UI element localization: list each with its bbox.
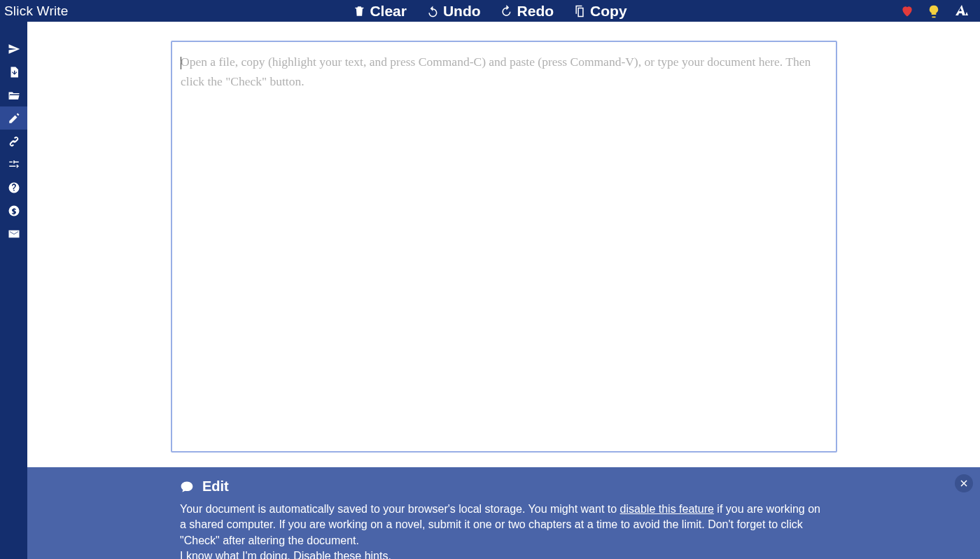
file-download-icon — [8, 66, 20, 78]
heart-icon[interactable] — [900, 4, 914, 18]
dollar-icon — [8, 205, 20, 217]
copy-icon — [573, 5, 586, 18]
paper-plane-icon — [8, 43, 20, 55]
sidebar-item-open[interactable] — [0, 83, 27, 106]
brand-title: Slick Write — [0, 4, 69, 19]
sidebar-item-link[interactable] — [0, 130, 27, 153]
close-icon — [960, 479, 968, 488]
disable-feature-link[interactable]: disable this feature — [620, 503, 714, 515]
link-icon — [8, 135, 20, 148]
pencil-icon — [8, 112, 20, 125]
clear-button[interactable]: Clear — [353, 3, 407, 20]
hint-title: Edit — [202, 478, 229, 495]
editor[interactable]: Open a file, copy (highlight your text, … — [171, 41, 837, 453]
sidebar-item-download[interactable] — [0, 60, 27, 83]
sidebar-item-edit[interactable] — [0, 106, 27, 130]
comment-icon — [180, 480, 194, 494]
editor-placeholder: Open a file, copy (highlight your text, … — [181, 55, 811, 88]
trash-icon — [353, 5, 365, 18]
folder-open-icon — [8, 89, 20, 102]
top-bar: Slick Write Clear Undo Redo Copy — [0, 0, 980, 22]
hint-panel: Edit Your document is automatically save… — [27, 467, 980, 559]
clear-label: Clear — [370, 3, 407, 20]
disable-hints-link[interactable]: I know what I'm doing. Disable these hin… — [180, 550, 391, 559]
copy-button[interactable]: Copy — [573, 3, 627, 20]
redo-icon — [500, 5, 513, 18]
sidebar-item-settings[interactable] — [0, 153, 27, 176]
question-icon — [8, 181, 20, 194]
undo-icon — [426, 5, 439, 18]
sidebar-item-check[interactable] — [0, 37, 27, 60]
sidebar-item-pricing[interactable] — [0, 199, 27, 222]
copy-label: Copy — [590, 3, 627, 20]
top-right-icons — [900, 0, 970, 22]
sidebar-item-contact[interactable] — [0, 222, 27, 245]
redo-button[interactable]: Redo — [500, 3, 554, 20]
envelope-icon — [8, 228, 20, 240]
lightbulb-icon[interactable] — [927, 4, 941, 18]
hint-text-1: Your document is automatically saved to … — [180, 503, 620, 515]
hint-body: Your document is automatically saved to … — [180, 502, 826, 559]
sidebar-item-help[interactable] — [0, 176, 27, 199]
undo-button[interactable]: Undo — [426, 3, 481, 20]
hint-title-row: Edit — [180, 478, 826, 495]
sidebar — [0, 22, 27, 559]
redo-label: Redo — [517, 3, 554, 20]
undo-label: Undo — [443, 3, 481, 20]
hint-close-button[interactable] — [955, 474, 973, 492]
sliders-icon — [8, 158, 20, 171]
toolbar: Clear Undo Redo Copy — [353, 0, 626, 22]
font-size-icon[interactable] — [953, 3, 970, 20]
